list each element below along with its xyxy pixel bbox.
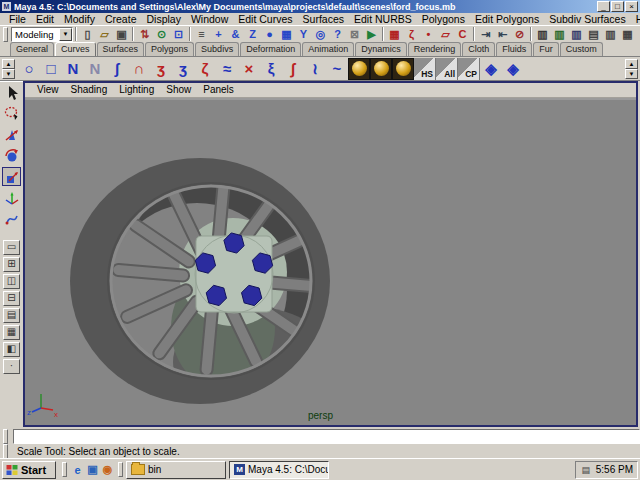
- shelf-tab[interactable]: Fluids: [496, 42, 532, 56]
- channel-box-toggle-icon[interactable]: ▦: [619, 27, 636, 42]
- gold-material-icon-2[interactable]: [370, 58, 392, 80]
- chevron-down-icon[interactable]: ▼: [59, 28, 72, 41]
- mask-misc-icon[interactable]: ?: [329, 27, 346, 42]
- arc-tool-icon[interactable]: ∩: [128, 58, 150, 80]
- shelf-tab[interactable]: Polygons: [145, 42, 194, 56]
- intersect-curves-icon[interactable]: ξ: [260, 58, 282, 80]
- tray-status-icon[interactable]: ▤: [580, 464, 592, 476]
- insert-knot-icon[interactable]: ≀: [304, 58, 326, 80]
- object-mode-icon[interactable]: ⊙: [153, 27, 170, 42]
- component-mode-icon[interactable]: ⊡: [170, 27, 187, 42]
- output-connections-icon[interactable]: ⇤: [494, 27, 511, 42]
- menu-set-selector[interactable]: Modeling ▼: [11, 27, 73, 42]
- align-curves-icon[interactable]: ζ: [194, 58, 216, 80]
- new-scene-icon[interactable]: ▯: [79, 27, 96, 42]
- show-desktop-icon[interactable]: ▣: [85, 462, 100, 477]
- open-close-curve-icon[interactable]: ≈: [216, 58, 238, 80]
- cv-curve-tool-icon[interactable]: N: [62, 58, 84, 80]
- cp-shelf-button[interactable]: CP: [458, 58, 480, 80]
- render-globals-icon[interactable]: ▥: [568, 27, 585, 42]
- menu-item[interactable]: Display: [141, 13, 185, 25]
- lasso-tool-button[interactable]: [2, 104, 21, 123]
- shelf-tab[interactable]: Subdivs: [195, 42, 239, 56]
- maya-taskbar-button[interactable]: M Maya 4.5: C:\Docume...: [229, 461, 329, 479]
- cut-curve-icon[interactable]: ×: [238, 58, 260, 80]
- menu-item[interactable]: Modify: [59, 13, 100, 25]
- render-current-frame-icon[interactable]: ▥: [534, 27, 551, 42]
- hierarchy-mode-icon[interactable]: ⇅: [136, 27, 153, 42]
- shelf-scroll-up-arrow[interactable]: ▲: [625, 59, 638, 69]
- menu-item[interactable]: Subdiv Surfaces: [544, 13, 630, 25]
- mask-joints-icon[interactable]: &: [227, 27, 244, 42]
- point-snap-icon[interactable]: •: [420, 27, 437, 42]
- shelf-tab[interactable]: Deformation: [240, 42, 301, 56]
- hs-shelf-button[interactable]: HS: [414, 58, 436, 80]
- command-line-grip[interactable]: [3, 429, 8, 444]
- construction-history-icon[interactable]: ⊘: [511, 27, 528, 42]
- close-button[interactable]: ×: [625, 1, 638, 12]
- menu-item[interactable]: Window: [186, 13, 233, 25]
- save-scene-icon[interactable]: ▣: [113, 27, 130, 42]
- ie-icon[interactable]: e: [70, 462, 85, 477]
- mask-dynamics-icon[interactable]: Y: [295, 27, 312, 42]
- menu-item[interactable]: Edit NURBS: [349, 13, 417, 25]
- layout-options-button[interactable]: ·: [3, 359, 20, 374]
- crease-tool-icon-1[interactable]: ◈: [480, 58, 502, 80]
- help-line-grip[interactable]: [3, 444, 8, 459]
- input-connections-icon[interactable]: ⇥: [477, 27, 494, 42]
- mask-handles-icon[interactable]: +: [210, 27, 227, 42]
- panel-menu-item[interactable]: Show: [160, 83, 197, 97]
- tool-settings-toggle-icon[interactable]: ▥: [602, 27, 619, 42]
- panel-menu-item[interactable]: Panels: [197, 83, 240, 97]
- highlight-selection-icon[interactable]: ▶: [363, 27, 380, 42]
- layout-two-pane-stacked-button[interactable]: ⊟: [3, 291, 20, 306]
- menu-item[interactable]: Edit Curves: [233, 13, 297, 25]
- layout-four-pane-button[interactable]: ⊞: [3, 257, 20, 272]
- rotate-tool-button[interactable]: [2, 146, 21, 165]
- menu-item[interactable]: Surfaces: [298, 13, 349, 25]
- all-shelf-button[interactable]: All: [436, 58, 458, 80]
- shelf-tab[interactable]: Dynamics: [355, 42, 407, 56]
- layout-persp-outliner-button[interactable]: ▤: [3, 308, 20, 323]
- detach-curves-icon[interactable]: ʒ: [172, 58, 194, 80]
- viewport-canvas[interactable]: z x persp: [25, 98, 636, 425]
- shelf-tab[interactable]: Fur: [533, 42, 559, 56]
- mask-surfaces-icon[interactable]: ●: [261, 27, 278, 42]
- current-tool-button[interactable]: [2, 209, 21, 228]
- scale-tool-button[interactable]: [2, 167, 21, 186]
- lock-selection-icon[interactable]: ⊠: [346, 27, 363, 42]
- start-button[interactable]: Start: [2, 461, 56, 479]
- minimize-button[interactable]: _: [597, 1, 610, 12]
- show-manipulator-tool-button[interactable]: [2, 188, 21, 207]
- select-tool-button[interactable]: [2, 83, 21, 102]
- curve-fillet-icon[interactable]: ∫: [282, 58, 304, 80]
- mask-deformations-icon[interactable]: ▦: [278, 27, 295, 42]
- shelf-menu-down-arrow[interactable]: ▼: [2, 69, 15, 79]
- shelf-tab[interactable]: Rendering: [408, 42, 462, 56]
- shelf-tab[interactable]: Curves: [55, 42, 96, 56]
- shelf-tab[interactable]: General: [10, 42, 54, 56]
- mask-curves-icon[interactable]: Z: [244, 27, 261, 42]
- mask-list-icon[interactable]: ≡: [193, 27, 210, 42]
- shelf-tab[interactable]: Surfaces: [97, 42, 145, 56]
- shelf-tab[interactable]: Cloth: [462, 42, 495, 56]
- menu-item[interactable]: Edit Polygons: [470, 13, 544, 25]
- mask-rendering-icon[interactable]: ◎: [312, 27, 329, 42]
- view-plane-snap-icon[interactable]: ▱: [437, 27, 454, 42]
- maximize-button[interactable]: □: [611, 1, 624, 12]
- command-line-input[interactable]: [13, 429, 640, 444]
- attach-curves-icon[interactable]: ʒ: [150, 58, 172, 80]
- menu-item[interactable]: Help: [631, 13, 640, 25]
- open-scene-icon[interactable]: ▱: [96, 27, 113, 42]
- panel-menu-item[interactable]: Lighting: [113, 83, 160, 97]
- media-player-icon[interactable]: ◉: [100, 462, 115, 477]
- layout-persp-graph-button[interactable]: ◧: [3, 342, 20, 357]
- layout-two-pane-side-button[interactable]: ◫: [3, 274, 20, 289]
- menu-item[interactable]: Create: [100, 13, 142, 25]
- menu-item[interactable]: Edit: [31, 13, 59, 25]
- clock[interactable]: 5:56 PM: [596, 464, 633, 475]
- shelf-tab[interactable]: Animation: [302, 42, 354, 56]
- layout-single-pane-button[interactable]: ▭: [3, 240, 20, 255]
- panel-menu-item[interactable]: View: [31, 83, 65, 97]
- crease-tool-icon-2[interactable]: ◈: [502, 58, 524, 80]
